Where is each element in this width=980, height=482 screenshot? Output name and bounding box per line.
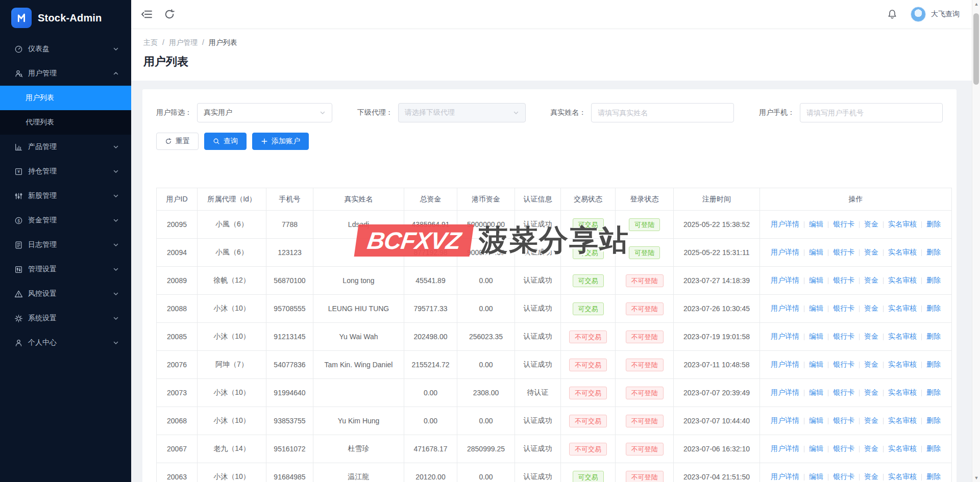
chevron-down-icon [513, 110, 519, 116]
row-action-bank-card[interactable]: 银行卡 [833, 360, 854, 369]
row-action-bank-card[interactable]: 银行卡 [833, 220, 854, 229]
row-action-bank-card[interactable]: 银行卡 [833, 472, 854, 481]
sidebar-item-log-management[interactable]: 日志管理 [0, 233, 131, 257]
row-action-funds[interactable]: 资金 [864, 360, 878, 369]
vertical-scrollbar[interactable]: ▲ ▼ [972, 0, 980, 482]
row-action-delete[interactable]: 删除 [926, 248, 941, 257]
row-action-delete[interactable]: 删除 [926, 444, 941, 453]
sidebar-item-newstock-management[interactable]: 新股管理 [0, 184, 131, 208]
breadcrumb-home[interactable]: 主页 [143, 38, 158, 47]
row-action-delete[interactable]: 删除 [926, 220, 941, 229]
row-action-funds[interactable]: 资金 [864, 472, 878, 481]
sidebar-item-personal-center[interactable]: 个人中心 [0, 331, 131, 355]
row-action-funds[interactable]: 资金 [864, 304, 878, 313]
search-button[interactable]: 查询 [204, 133, 247, 150]
notification-bell-icon[interactable] [887, 9, 897, 19]
row-action-funds[interactable]: 资金 [864, 248, 878, 257]
reset-button[interactable]: 重置 [156, 133, 199, 150]
row-action-user-detail[interactable]: 用户详情 [771, 332, 799, 341]
sidebar-subitem-agent-list[interactable]: 代理列表 [0, 110, 131, 135]
cell-agent: 徐帆（12） [198, 267, 266, 295]
row-action-realname-audit[interactable]: 实名审核 [888, 304, 917, 313]
user-filter-select[interactable]: 真实用户 [197, 103, 332, 122]
row-action-bank-card[interactable]: 银行卡 [833, 248, 854, 257]
row-action-delete[interactable]: 删除 [926, 304, 941, 313]
row-action-funds[interactable]: 资金 [864, 416, 878, 425]
row-action-user-detail[interactable]: 用户详情 [771, 388, 799, 397]
sidebar-item-user-management[interactable]: 用户管理 [0, 61, 131, 86]
sidebar-item-position-management[interactable]: ¥ 持仓管理 [0, 159, 131, 184]
row-action-realname-audit[interactable]: 实名审核 [888, 220, 917, 229]
chevron-down-icon [113, 291, 119, 297]
sidebar-item-product-management[interactable]: 产品管理 [0, 135, 131, 159]
row-action-user-detail[interactable]: 用户详情 [771, 360, 799, 369]
row-action-realname-audit[interactable]: 实名审核 [888, 360, 917, 369]
row-action-bank-card[interactable]: 银行卡 [833, 276, 854, 285]
row-action-edit[interactable]: 编辑 [809, 220, 823, 229]
scroll-up-arrow[interactable]: ▲ [972, 0, 980, 8]
sidebar-item-dashboard[interactable]: 仪表盘 [0, 37, 131, 61]
phone-input[interactable] [806, 109, 936, 117]
row-action-edit[interactable]: 编辑 [809, 388, 823, 397]
row-action-edit[interactable]: 编辑 [809, 416, 823, 425]
row-action-bank-card[interactable]: 银行卡 [833, 388, 854, 397]
row-action-edit[interactable]: 编辑 [809, 248, 823, 257]
row-action-user-detail[interactable]: 用户详情 [771, 444, 799, 453]
row-action-user-detail[interactable]: 用户详情 [771, 304, 799, 313]
user-avatar[interactable] [911, 7, 926, 22]
link-separator [828, 334, 828, 340]
sidebar-item-admin-settings[interactable]: 管理设置 [0, 257, 131, 282]
row-action-bank-card[interactable]: 银行卡 [833, 332, 854, 341]
sidebar-subitem-user-list[interactable]: 用户列表 [0, 86, 131, 110]
row-action-edit[interactable]: 编辑 [809, 276, 823, 285]
row-action-realname-audit[interactable]: 实名审核 [888, 276, 917, 285]
row-action-funds[interactable]: 资金 [864, 388, 878, 397]
row-action-user-detail[interactable]: 用户详情 [771, 220, 799, 229]
cell-agent: 小風（6） [198, 239, 266, 267]
row-action-realname-audit[interactable]: 实名审核 [888, 416, 917, 425]
row-action-bank-card[interactable]: 银行卡 [833, 444, 854, 453]
row-action-realname-audit[interactable]: 实名审核 [888, 388, 917, 397]
row-action-delete[interactable]: 删除 [926, 332, 941, 341]
row-action-edit[interactable]: 编辑 [809, 472, 823, 481]
refresh-icon[interactable] [164, 9, 175, 20]
breadcrumb-user-management[interactable]: 用户管理 [169, 38, 198, 47]
row-action-edit[interactable]: 编辑 [809, 332, 823, 341]
column-header: 港币资金 [457, 188, 515, 211]
row-action-realname-audit[interactable]: 实名审核 [888, 332, 917, 341]
row-action-funds[interactable]: 资金 [864, 332, 878, 341]
real-name-input[interactable] [598, 109, 727, 117]
sidebar-item-system-settings[interactable]: 系统设置 [0, 306, 131, 331]
collapse-sidebar-icon[interactable] [141, 9, 153, 20]
row-action-funds[interactable]: 资金 [864, 220, 878, 229]
row-action-edit[interactable]: 编辑 [809, 360, 823, 369]
row-action-delete[interactable]: 删除 [926, 360, 941, 369]
cell-register-time: 2025-05-22 15:31:11 [674, 239, 760, 267]
row-action-realname-audit[interactable]: 实名审核 [888, 444, 917, 453]
row-action-user-detail[interactable]: 用户详情 [771, 416, 799, 425]
sidebar-item-risk-settings[interactable]: 风控设置 [0, 282, 131, 306]
row-action-realname-audit[interactable]: 实名审核 [888, 472, 917, 481]
cell-register-time: 2023-07-04 21:51:50 [674, 463, 760, 482]
row-action-realname-audit[interactable]: 实名审核 [888, 248, 917, 257]
row-action-user-detail[interactable]: 用户详情 [771, 472, 799, 481]
real-name-field-wrap [591, 103, 734, 122]
row-action-user-detail[interactable]: 用户详情 [771, 276, 799, 285]
row-action-funds[interactable]: 资金 [864, 276, 878, 285]
row-action-edit[interactable]: 编辑 [809, 304, 823, 313]
row-action-delete[interactable]: 删除 [926, 388, 941, 397]
add-account-button[interactable]: 添加账户 [252, 133, 309, 150]
row-action-bank-card[interactable]: 银行卡 [833, 416, 854, 425]
row-action-delete[interactable]: 删除 [926, 416, 941, 425]
row-action-funds[interactable]: 资金 [864, 444, 878, 453]
row-action-bank-card[interactable]: 银行卡 [833, 304, 854, 313]
row-action-edit[interactable]: 编辑 [809, 444, 823, 453]
agent-select[interactable]: 请选择下级代理 [398, 103, 526, 122]
scrollbar-thumb[interactable] [973, 13, 979, 85]
sidebar-item-fund-management[interactable]: $ 资金管理 [0, 208, 131, 233]
row-action-delete[interactable]: 删除 [926, 472, 941, 481]
cell-user-id: 20076 [157, 351, 198, 379]
row-action-user-detail[interactable]: 用户详情 [771, 248, 799, 257]
row-action-delete[interactable]: 删除 [926, 276, 941, 285]
scroll-down-arrow[interactable]: ▼ [972, 474, 980, 482]
